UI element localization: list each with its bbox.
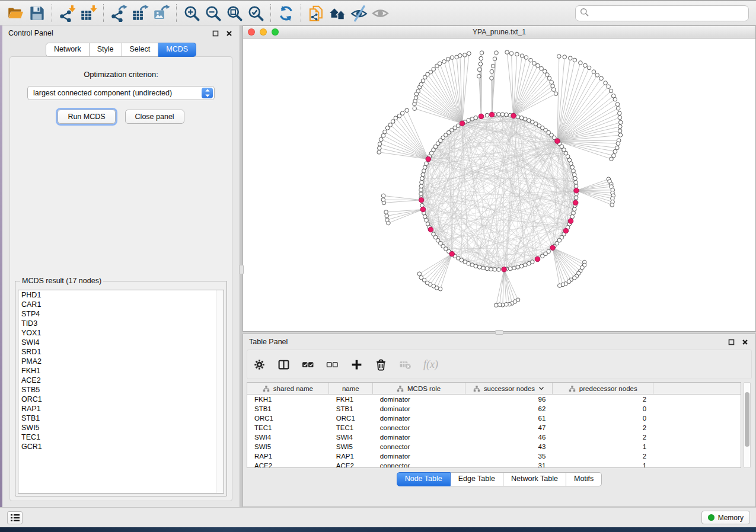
successor-nodes-cell[interactable]: 47	[465, 423, 553, 432]
predecessor-nodes-cell[interactable]: 2	[553, 451, 653, 461]
splitter-grip-icon[interactable]	[495, 330, 503, 335]
task-history-button[interactable]	[7, 511, 23, 524]
mcds-node[interactable]	[489, 112, 495, 117]
column-header-name[interactable]: name	[329, 383, 373, 394]
table-row[interactable]: STB1STB1dominator620	[247, 404, 741, 414]
mcds-role-cell[interactable]: dominator	[373, 404, 465, 414]
tab-network[interactable]: Network	[46, 43, 90, 57]
mcds-node[interactable]	[420, 207, 426, 212]
network-node[interactable]	[397, 114, 401, 118]
network-node[interactable]	[599, 76, 604, 81]
network-node[interactable]	[573, 177, 578, 181]
successor-nodes-cell[interactable]: 46	[465, 432, 553, 442]
network-node[interactable]	[470, 117, 474, 121]
network-node[interactable]	[456, 124, 460, 128]
mcds-role-cell[interactable]: dominator	[373, 395, 465, 404]
mcds-result-item[interactable]: CAR1	[18, 300, 224, 309]
predecessor-nodes-cell[interactable]: 1	[553, 461, 653, 468]
network-node[interactable]	[497, 268, 501, 272]
predecessor-nodes-cell[interactable]: 0	[553, 404, 653, 414]
network-node[interactable]	[405, 108, 409, 113]
mcds-result-item[interactable]: YOX1	[18, 328, 224, 338]
run-mcds-button[interactable]: Run MCDS	[58, 110, 115, 124]
network-node[interactable]	[419, 275, 423, 280]
network-node[interactable]	[467, 118, 471, 123]
name-cell[interactable]: TEC1	[329, 423, 373, 432]
tab-network-table[interactable]: Network Table	[503, 472, 566, 486]
name-cell[interactable]: ORC1	[329, 414, 373, 423]
search-box[interactable]	[575, 5, 749, 21]
network-node[interactable]	[505, 303, 509, 307]
network-node[interactable]	[419, 188, 423, 192]
network-node[interactable]	[458, 54, 462, 58]
mcds-role-cell[interactable]: dominator	[373, 432, 465, 442]
network-node[interactable]	[618, 111, 622, 116]
mcds-result-item[interactable]: TEC1	[18, 432, 224, 442]
network-node[interactable]	[527, 261, 531, 265]
network-node[interactable]	[493, 57, 497, 61]
network-node[interactable]	[423, 214, 428, 219]
new-network-from-selection-button[interactable]	[305, 3, 327, 23]
network-node[interactable]	[450, 56, 454, 60]
network-node[interactable]	[519, 116, 524, 120]
successor-nodes-cell[interactable]: 61	[465, 414, 553, 423]
successor-nodes-cell[interactable]: 35	[465, 451, 553, 461]
close-panel-icon[interactable]	[224, 28, 234, 38]
network-node[interactable]	[432, 68, 436, 72]
first-neighbors-button[interactable]	[327, 3, 348, 23]
mcds-result-item[interactable]: ACE2	[18, 376, 224, 385]
column-header-predecessor-nodes[interactable]: predecessor nodes	[553, 383, 653, 394]
shared-name-cell[interactable]: RAP1	[247, 451, 329, 461]
tab-edge-table[interactable]: Edge Table	[451, 472, 503, 486]
table-row[interactable]: RAP1RAP1dominator352	[247, 451, 741, 461]
network-node[interactable]	[497, 113, 501, 117]
column-header-mcds-role[interactable]: MCDS role	[373, 383, 465, 394]
tab-style[interactable]: Style	[90, 43, 122, 57]
zoom-selected-button[interactable]	[245, 3, 266, 23]
name-cell[interactable]: STB1	[329, 404, 373, 414]
export-table-button[interactable]	[129, 3, 151, 23]
hide-selected-button[interactable]	[348, 3, 369, 23]
shared-name-cell[interactable]: TEC1	[247, 423, 329, 432]
network-node[interactable]	[378, 142, 382, 146]
network-node[interactable]	[490, 69, 494, 73]
mcds-role-cell[interactable]: dominator	[373, 414, 465, 423]
refresh-layout-button[interactable]	[275, 3, 296, 23]
close-panel-icon[interactable]	[740, 337, 749, 347]
network-node[interactable]	[569, 162, 573, 166]
successor-nodes-cell[interactable]: 62	[465, 404, 553, 414]
network-node[interactable]	[416, 89, 420, 94]
network-node[interactable]	[490, 76, 494, 81]
mcds-node[interactable]	[419, 197, 424, 203]
deselect-all-rows-button[interactable]	[325, 357, 339, 371]
close-panel-button[interactable]: Close panel	[125, 110, 184, 124]
mcds-result-item[interactable]: FKH1	[18, 366, 224, 376]
network-node[interactable]	[572, 207, 576, 211]
network-node[interactable]	[413, 107, 417, 111]
network-node[interactable]	[546, 73, 550, 77]
network-node[interactable]	[442, 60, 446, 64]
vertical-splitter[interactable]	[240, 25, 243, 507]
shared-name-cell[interactable]: FKH1	[247, 395, 329, 404]
network-node[interactable]	[587, 66, 591, 70]
network-node[interactable]	[420, 177, 425, 181]
mcds-node[interactable]	[426, 156, 431, 162]
network-node[interactable]	[604, 81, 608, 85]
open-session-button[interactable]	[5, 3, 26, 23]
network-node[interactable]	[481, 266, 486, 270]
network-node[interactable]	[463, 53, 467, 57]
network-node[interactable]	[479, 56, 483, 60]
table-scrollbar[interactable]	[744, 382, 751, 468]
network-node[interactable]	[592, 70, 596, 74]
network-node[interactable]	[520, 54, 524, 58]
network-node[interactable]	[425, 162, 429, 166]
network-node[interactable]	[381, 194, 385, 198]
network-node[interactable]	[583, 63, 588, 68]
mcds-node[interactable]	[460, 121, 465, 126]
shared-name-cell[interactable]: SWI4	[247, 432, 329, 442]
mcds-role-cell[interactable]: connector	[373, 442, 465, 451]
network-node[interactable]	[422, 169, 426, 173]
network-node[interactable]	[607, 85, 611, 89]
name-cell[interactable]: SWI5	[329, 442, 373, 451]
network-node[interactable]	[574, 196, 578, 200]
